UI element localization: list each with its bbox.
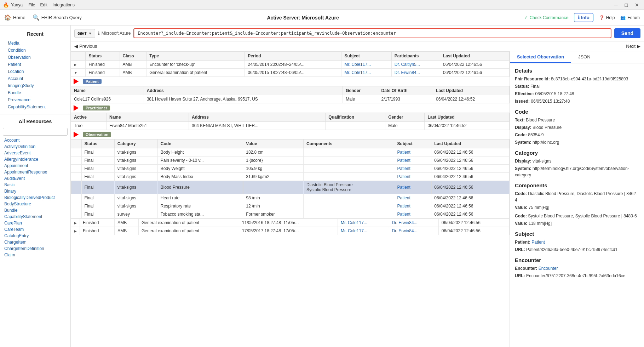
- next-button[interactable]: Next ▶: [626, 44, 640, 49]
- sidebar-resource-account[interactable]: Account: [0, 137, 70, 143]
- table-row[interactable]: Final survey Tobacco smoking sta... Form…: [71, 210, 510, 218]
- subject-cell[interactable]: Patient: [394, 210, 431, 218]
- detail-tabs: Selected Observation JSON: [510, 51, 644, 63]
- menu-file[interactable]: File: [28, 2, 35, 7]
- sidebar-item-media[interactable]: Media: [4, 40, 67, 47]
- subject-cell[interactable]: Mr. Cole117...: [338, 227, 389, 235]
- sidebar-resource-basic[interactable]: Basic: [0, 182, 70, 188]
- subject-cell[interactable]: Patient: [394, 148, 431, 157]
- check-conformance-button[interactable]: ✓ Check Conformance: [524, 15, 568, 20]
- col-components: Components: [304, 140, 394, 148]
- table-row-highlighted[interactable]: Final vital-signs Blood Pressure Diastol…: [71, 181, 510, 194]
- sidebar-resource-chargeitemdefinition[interactable]: ChargeItemDefinition: [0, 245, 70, 252]
- expand-btn[interactable]: ▼: [71, 69, 86, 77]
- maximize-button[interactable]: □: [623, 1, 630, 8]
- sidebar-resource-binary[interactable]: Binary: [0, 188, 70, 194]
- send-button[interactable]: Send: [614, 28, 640, 38]
- forum-label: Forum: [627, 15, 640, 20]
- subject-cell[interactable]: Patient: [394, 165, 431, 173]
- sidebar-resource-adverseevent[interactable]: AdverseEvent: [0, 150, 70, 156]
- table-row[interactable]: Cole117 Collins926 381 Howell Haven Suit…: [71, 95, 510, 103]
- table-row[interactable]: ▼ Finished AMB General examination of pa…: [71, 69, 510, 77]
- sidebar-resource-auditevent[interactable]: AuditEvent: [0, 175, 70, 182]
- subject-cell[interactable]: Mr. Cole117...: [341, 69, 391, 77]
- table-row[interactable]: ▶ Finished AMB General examination of pa…: [71, 219, 510, 227]
- sidebar-resource-careteam[interactable]: CareTeam: [0, 226, 70, 233]
- subject-cell[interactable]: Patient: [394, 194, 431, 202]
- minimize-button[interactable]: ─: [612, 1, 620, 8]
- forum-button[interactable]: 👥 Forum: [620, 15, 640, 20]
- sidebar-resource-claim[interactable]: Claim: [0, 252, 70, 258]
- expand-btn[interactable]: ▶: [71, 61, 86, 69]
- table-row[interactable]: ▶ Finished AMB Encounter for 'check-up' …: [71, 61, 510, 69]
- class-cell: AMB: [120, 69, 146, 77]
- enc-label: Encounter:: [515, 266, 537, 271]
- subject-patient-link[interactable]: Patient: [531, 240, 545, 245]
- sidebar-resource-careplan[interactable]: CarePlan: [0, 220, 70, 226]
- tab-selected-observation[interactable]: Selected Observation: [510, 51, 571, 63]
- comp2-value-label: Value:: [515, 221, 527, 226]
- table-row[interactable]: Final vital-signs Pain severity - 0-10 v…: [71, 157, 510, 165]
- sidebar-resource-capabilitystatement[interactable]: CapabilityStatement: [0, 214, 70, 220]
- sidebar-item-bundle[interactable]: Bundle: [4, 89, 67, 96]
- category-cell: vital-signs: [114, 173, 157, 181]
- participants-cell[interactable]: Dr. Caitlyn5...: [391, 61, 440, 69]
- query-input[interactable]: [133, 28, 611, 38]
- table-row[interactable]: Final vital-signs Respiratory rate 12 /m…: [71, 202, 510, 210]
- category-cell: survey: [114, 210, 157, 218]
- participants-cell[interactable]: Dr. Erwin84...: [389, 227, 438, 235]
- fhir-search-button[interactable]: 🔍 FHIR Search Query: [33, 14, 82, 21]
- comp1-code-value: Diastolic Blood Pressure, Diastolic Bloo…: [515, 191, 637, 203]
- close-button[interactable]: ✕: [633, 1, 641, 8]
- method-select[interactable]: GET ▼: [74, 29, 95, 38]
- participants-cell[interactable]: Dr. Erwin84...: [391, 69, 440, 77]
- sidebar-item-provenance[interactable]: Provenance: [4, 96, 67, 103]
- table-row[interactable]: True Erwin847 Mante251 304 KENIAI MAIN S…: [71, 122, 510, 130]
- sidebar-resource-bodystructure[interactable]: BodyStructure: [0, 201, 70, 207]
- help-button[interactable]: ❓ Help: [599, 15, 615, 20]
- table-row[interactable]: Final vital-signs Heart rate 98 /min Pat…: [71, 194, 510, 202]
- subject-cell[interactable]: Patient: [394, 202, 431, 210]
- subject-cell[interactable]: Patient: [394, 173, 431, 181]
- sidebar-item-imagingstudy[interactable]: ImagingStudy: [4, 82, 67, 89]
- enc-link[interactable]: Encounter: [539, 266, 558, 271]
- sidebar-resource-appointmentresponse[interactable]: AppointmentResponse: [0, 169, 70, 175]
- expand-btn[interactable]: ▶: [71, 227, 80, 235]
- sidebar-item-patient[interactable]: Patient: [4, 61, 67, 68]
- cat-display-value: vital-signs: [533, 159, 551, 164]
- type-cell: Encounter for 'check-up': [146, 61, 245, 69]
- table-row[interactable]: Final vital-signs Body Mass Index 31.69 …: [71, 173, 510, 181]
- status-cell: Final: [81, 210, 114, 218]
- sidebar-resource-allergyintolerance[interactable]: AllergyIntolerance: [0, 156, 70, 163]
- info-button[interactable]: ℹ Info: [574, 13, 593, 22]
- enc-url-label: URL:: [515, 273, 525, 278]
- menu-integrations[interactable]: Integrations: [52, 2, 75, 7]
- subject-cell[interactable]: Patient: [394, 181, 431, 194]
- sidebar-item-location[interactable]: Location: [4, 68, 67, 75]
- tab-json[interactable]: JSON: [571, 51, 598, 63]
- home-button[interactable]: 🏠 Home: [4, 14, 25, 21]
- table-row[interactable]: Final vital-signs Body Height 182.8 cm P…: [71, 148, 510, 157]
- sidebar-resource-activitydefinition[interactable]: ActivityDefinition: [0, 143, 70, 150]
- subject-cell[interactable]: Patient: [394, 157, 431, 165]
- last-updated-cell: 06/04/2022 12:46:56: [431, 157, 510, 165]
- expand-btn[interactable]: ▶: [71, 219, 80, 227]
- sidebar-resource-chargeitem[interactable]: ChargeItem: [0, 239, 70, 245]
- sidebar-item-condition[interactable]: Condition: [4, 47, 67, 54]
- sidebar-resource-biologicallyderivedproduct[interactable]: BiologicallyDerivedProduct: [0, 194, 70, 201]
- sidebar-item-observation[interactable]: Observation: [4, 54, 67, 61]
- menu-edit[interactable]: Edit: [40, 2, 47, 7]
- sidebar-search-input[interactable]: [3, 128, 68, 136]
- sidebar-resource-bundle[interactable]: Bundle: [0, 207, 70, 214]
- subject-cell[interactable]: Mr. Cole117...: [338, 219, 389, 227]
- sidebar-resource-catalogentry[interactable]: CatalogEntry: [0, 233, 70, 239]
- sidebar-item-account[interactable]: Account: [4, 75, 67, 82]
- subject-cell[interactable]: Mr. Cole117...: [341, 61, 391, 69]
- table-row[interactable]: ▶ Finished AMB General examination of pa…: [71, 227, 510, 235]
- table-row[interactable]: Final vital-signs Body Weight 105.9 kg P…: [71, 165, 510, 173]
- previous-button[interactable]: ◀ Previous: [74, 44, 97, 49]
- sidebar-item-capabilitystatement[interactable]: CapabilityStatement: [4, 103, 67, 110]
- participants-cell[interactable]: Dr. Erwin84...: [389, 219, 438, 227]
- col-participants: Participants: [391, 52, 440, 61]
- sidebar-resource-appointment[interactable]: Appointment: [0, 163, 70, 169]
